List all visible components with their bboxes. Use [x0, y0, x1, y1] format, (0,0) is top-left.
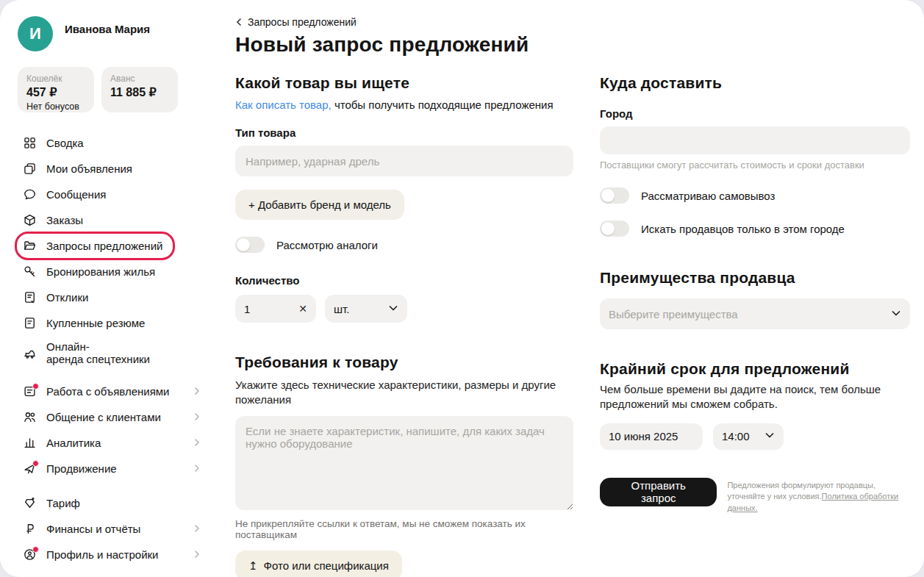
wallet-label: Кошелёк [26, 74, 85, 84]
dashboard-icon [24, 137, 36, 149]
advantages-section-heading: Преимущества продавца [600, 269, 910, 287]
analogs-toggle[interactable] [235, 237, 265, 253]
form-right-column: Куда доставить Город Поставщики смогут р… [600, 74, 910, 577]
ruble-icon [24, 523, 36, 535]
describe-hint: Как описать товар, чтобы получить подход… [235, 98, 573, 111]
delivery-section-heading: Куда доставить [600, 74, 910, 92]
avatar[interactable]: И [18, 16, 53, 51]
profile-header[interactable]: И Иванова Мария [18, 16, 207, 51]
sidebar-item-ads-work[interactable]: Работа с объявлениями [18, 379, 207, 404]
deadline-time-select[interactable]: 14:00 [713, 423, 784, 450]
bar-chart-icon [24, 437, 36, 449]
open-folder-icon [24, 240, 36, 252]
menu-group-tools: Работа с объявлениями Общение с клиентам… [18, 379, 207, 481]
sidebar-item-orders[interactable]: Заказы [18, 207, 207, 233]
analogs-toggle-label: Рассмотрю аналоги [276, 239, 378, 251]
deadline-section-heading: Крайний срок для предложений [600, 360, 910, 378]
key-icon [24, 265, 36, 278]
sidebar-item-analytics[interactable]: Аналитика [18, 430, 207, 456]
crane-truck-icon [24, 347, 36, 359]
submit-request-button[interactable]: Отправить запрос [600, 478, 717, 506]
user-name: Иванова Мария [65, 23, 150, 35]
chevron-right-icon [193, 385, 201, 398]
menu-group-main: Сводка Мои объявления Сообщения [18, 130, 207, 370]
chevron-down-icon [891, 308, 901, 320]
deadline-date-input[interactable]: 10 июня 2025 [600, 423, 703, 450]
wallet-bonus-note: Нет бонусов [26, 101, 85, 112]
sidebar-item-rfq[interactable]: Запросы предложений [15, 232, 175, 260]
chevron-down-icon [764, 430, 775, 442]
balance-cards: Кошелёк 457 ₽ Нет бонусов Аванс 11 885 ₽ [18, 67, 207, 112]
no-links-note: Не прикрепляйте ссылки к ответам, мы не … [235, 518, 573, 540]
analogs-toggle-row[interactable]: Рассмотрю аналоги [235, 237, 378, 253]
page-title: Новый запрос предложений [235, 33, 908, 57]
how-to-describe-link[interactable]: Как описать товар, [235, 98, 332, 111]
deadline-subtitle: Чем больше времени вы дадите на поиск, т… [600, 382, 910, 412]
advance-amount: 11 885 ₽ [110, 85, 169, 99]
sidebar-item-purchased-resumes[interactable]: Купленные резюме [18, 310, 207, 336]
sidebar-item-housing-bookings[interactable]: Бронирования жилья [18, 259, 207, 284]
sidebar-item-equipment-rental[interactable]: Онлайн- аренда спецтехники [18, 336, 207, 370]
advance-label: Аванс [110, 74, 169, 84]
chat-bubble-icon [24, 188, 36, 201]
document-reply-icon [24, 291, 36, 304]
wallet-card[interactable]: Кошелёк 457 ₽ Нет бонусов [18, 67, 94, 112]
city-input[interactable] [600, 126, 910, 154]
chevron-down-icon [388, 303, 398, 315]
sidebar-item-client-communication[interactable]: Общение с клиентами [18, 404, 207, 430]
profile-icon [24, 548, 36, 561]
package-icon [24, 214, 36, 226]
advance-card[interactable]: Аванс 11 885 ₽ [101, 67, 178, 112]
people-icon [24, 411, 36, 423]
product-type-label: Тип товара [235, 126, 573, 139]
sidebar-item-tariff[interactable]: Тариф [18, 490, 207, 516]
promotion-icon [24, 462, 36, 475]
requirements-section-heading: Требования к товару [235, 354, 573, 371]
sidebar-item-finances[interactable]: Финансы и отчёты [18, 516, 207, 542]
sidebar-item-promotion[interactable]: Продвижение [18, 456, 207, 481]
requirements-subtitle: Укажите здесь технические характеристики… [235, 378, 573, 408]
city-label: Город [600, 107, 910, 120]
local-sellers-toggle-label: Искать продавцов только в этом городе [641, 223, 845, 235]
chevron-right-icon [193, 523, 201, 536]
seller-cabinet-window: И Иванова Мария Кошелёк 457 ₽ Нет бонусо… [0, 0, 924, 577]
main-content: Запросы предложений Новый запрос предлож… [221, 0, 924, 577]
sidebar-item-my-ads[interactable]: Мои объявления [18, 156, 207, 182]
chevron-left-icon [235, 18, 243, 26]
pickup-toggle-row[interactable]: Рассматриваю самовывоз [600, 187, 775, 204]
quantity-input[interactable]: 1 ✕ [235, 295, 316, 323]
product-section-heading: Какой товар вы ищете [235, 74, 573, 92]
submit-disclaimer: Предложения формулируют продавцы, уточня… [727, 480, 910, 515]
pickup-toggle-label: Рассматриваю самовывоз [641, 190, 775, 202]
chevron-right-icon [193, 411, 201, 424]
sidebar-item-messages[interactable]: Сообщения [18, 182, 207, 207]
diamond-plus-icon [24, 497, 36, 509]
upload-icon: ↥ [248, 560, 258, 571]
clear-quantity-icon[interactable]: ✕ [298, 304, 307, 314]
unit-select[interactable]: шт. [325, 295, 407, 323]
local-sellers-toggle-row[interactable]: Искать продавцов только в этом городе [600, 221, 845, 237]
city-helper-text: Поставщики смогут рассчитать стоимость и… [600, 160, 910, 171]
sidebar-menu: Сводка Мои объявления Сообщения [18, 130, 207, 567]
chevron-right-icon [193, 462, 201, 476]
sidebar-item-summary[interactable]: Сводка [18, 130, 207, 156]
ads-work-icon [24, 385, 36, 398]
local-sellers-toggle[interactable] [600, 221, 629, 237]
wallet-amount: 457 ₽ [26, 85, 85, 99]
quantity-label: Количество [235, 274, 573, 287]
sidebar: И Иванова Мария Кошелёк 457 ₽ Нет бонусо… [0, 0, 221, 577]
advantages-select[interactable]: Выберите преимущества [600, 298, 910, 329]
requirements-textarea[interactable] [235, 416, 573, 510]
form-left-column: Какой товар вы ищете Как описать товар, … [235, 74, 573, 577]
resume-doc-icon [24, 317, 36, 329]
chevron-right-icon [193, 548, 201, 562]
upload-photo-button[interactable]: ↥ Фото или спецификация [235, 551, 402, 577]
copy-icon [24, 162, 36, 175]
pickup-toggle[interactable] [600, 187, 629, 204]
sidebar-item-responses[interactable]: Отклики [18, 284, 207, 310]
product-type-input[interactable] [235, 146, 573, 176]
menu-group-account: Тариф Финансы и отчёты Профиль и наст [18, 490, 207, 567]
add-brand-button[interactable]: + Добавить бренд и модель [235, 190, 404, 220]
breadcrumb-back-link[interactable]: Запросы предложений [235, 16, 357, 28]
sidebar-item-profile-settings[interactable]: Профиль и настройки [18, 542, 207, 567]
